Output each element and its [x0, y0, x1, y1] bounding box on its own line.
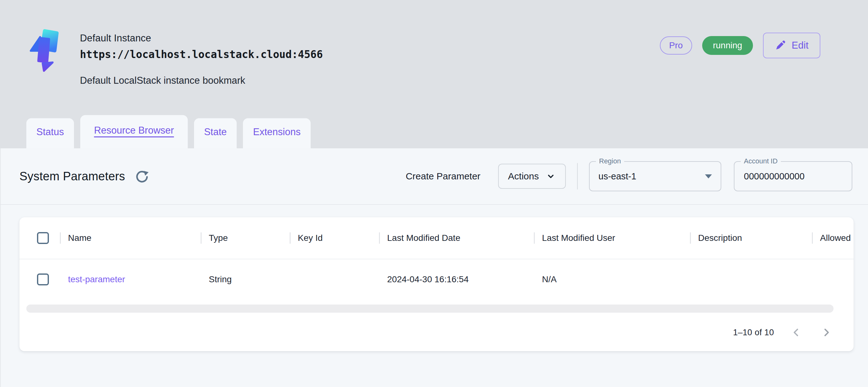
- pro-badge: Pro: [660, 36, 692, 55]
- tab-resource-browser[interactable]: Resource Browser: [80, 115, 188, 148]
- chevron-down-icon: [546, 171, 556, 181]
- instance-badges: Pro running Edit: [660, 33, 820, 58]
- next-page-button[interactable]: [818, 325, 834, 340]
- column-header-description[interactable]: Description: [698, 233, 742, 243]
- column-header-allowed[interactable]: Allowed: [820, 233, 851, 243]
- instance-tabs: Status Resource Browser State Extensions: [26, 115, 311, 148]
- refresh-icon: [135, 169, 149, 183]
- horizontal-scrollbar[interactable]: [26, 304, 834, 313]
- localstack-instance-page: Default Instance https://localhost.local…: [0, 0, 868, 387]
- instance-title-block: Default Instance https://localhost.local…: [80, 33, 323, 86]
- account-id-input[interactable]: [744, 171, 842, 182]
- instance-description: Default LocalStack instance bookmark: [80, 75, 323, 86]
- column-header-last-modified-date[interactable]: Last Modified Date: [387, 233, 460, 243]
- column-header-key-id[interactable]: Key Id: [298, 233, 322, 243]
- column-header-name[interactable]: Name: [68, 233, 92, 243]
- edit-button[interactable]: Edit: [763, 33, 820, 58]
- select-all-checkbox[interactable]: [37, 232, 49, 244]
- actions-dropdown-button[interactable]: Actions: [498, 164, 566, 189]
- column-header-type[interactable]: Type: [209, 233, 228, 243]
- chevron-right-icon: [820, 326, 832, 338]
- account-id-label: Account ID: [741, 157, 781, 165]
- localstack-logo-icon: [28, 29, 71, 73]
- tab-extensions[interactable]: Extensions: [243, 118, 311, 148]
- toolbar-divider: [577, 163, 578, 189]
- previous-page-button[interactable]: [788, 325, 804, 340]
- instance-header: Default Instance https://localhost.local…: [0, 0, 868, 148]
- region-select-label: Region: [596, 157, 624, 165]
- create-parameter-button[interactable]: Create Parameter: [406, 171, 480, 182]
- chevron-left-icon: [790, 326, 802, 338]
- parameter-name-link[interactable]: test-parameter: [68, 274, 125, 285]
- column-header-last-modified-user[interactable]: Last Modified User: [542, 233, 615, 243]
- row-select-cell: [20, 259, 60, 299]
- region-select-value: us-east-1: [598, 171, 705, 182]
- pagination-range: 1–10 of 10: [733, 328, 774, 337]
- parameters-table-card: Name Type Key Id Last Modified Date Last…: [20, 217, 854, 351]
- refresh-button[interactable]: [134, 169, 150, 184]
- region-select[interactable]: Region us-east-1: [589, 161, 721, 191]
- table-header-row: Name Type Key Id Last Modified Date Last…: [20, 217, 854, 259]
- toolbar-actions: Create Parameter Actions Region us-east-…: [406, 161, 852, 191]
- running-status-badge: running: [702, 36, 753, 55]
- resource-toolbar: System Parameters Create Parameter Actio…: [1, 148, 868, 205]
- actions-button-label: Actions: [508, 171, 539, 182]
- select-all-cell: [20, 217, 60, 259]
- account-id-field: Account ID: [734, 161, 852, 191]
- pagination: 1–10 of 10: [20, 313, 854, 340]
- instance-title: Default Instance: [80, 33, 323, 44]
- row-checkbox[interactable]: [37, 273, 49, 286]
- tab-status[interactable]: Status: [26, 118, 74, 148]
- edit-button-label: Edit: [792, 40, 808, 51]
- parameter-last-modified-date: 2024-04-30 16:16:54: [387, 274, 469, 285]
- instance-url: https://localhost.localstack.cloud:4566: [80, 48, 323, 61]
- pencil-icon: [775, 40, 785, 51]
- tab-state[interactable]: State: [194, 118, 237, 148]
- page-title: System Parameters: [20, 170, 125, 183]
- table-row: test-parameter String 2024-04-30 16:16:5…: [20, 259, 854, 299]
- parameter-last-modified-user: N/A: [542, 274, 557, 285]
- dropdown-arrow-icon: [705, 174, 712, 178]
- resource-browser-panel: System Parameters Create Parameter Actio…: [0, 148, 868, 387]
- parameter-type: String: [209, 274, 231, 285]
